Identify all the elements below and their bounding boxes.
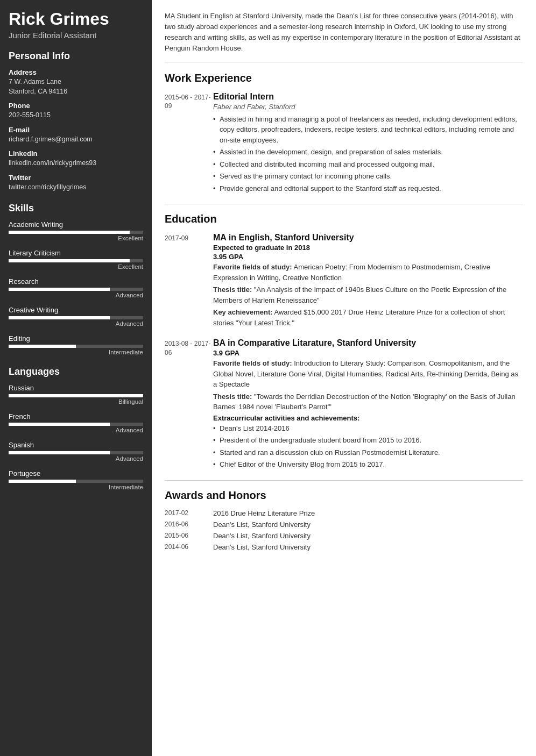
candidate-title: Junior Editorial Assistant bbox=[9, 31, 143, 40]
skill-bar-bg bbox=[9, 231, 143, 234]
education-entry: 2017-09 MA in English, Stanford Universi… bbox=[165, 233, 523, 330]
award-row: 2016-06 Dean's List, Stanford University bbox=[165, 520, 523, 529]
language-bar-fill bbox=[9, 480, 76, 483]
edu-thesis: Thesis title: "Towards the Derridian Dec… bbox=[213, 391, 523, 412]
work-entries: 2015-06 - 2017-09 Editorial Intern Faber… bbox=[165, 92, 523, 196]
skill-name: Literary Criticism bbox=[9, 249, 143, 257]
edu-grad: Expected to graduate in 2018 bbox=[213, 244, 523, 252]
work-experience-heading: Work Experience bbox=[165, 72, 523, 84]
bullet-item: Collected and distributed incoming mail … bbox=[213, 159, 523, 170]
award-date: 2017-02 bbox=[165, 509, 213, 517]
languages-heading: Languages bbox=[9, 366, 143, 377]
entry-date: 2015-06 - 2017-09 bbox=[165, 92, 213, 196]
education-entry: 2013-08 - 2017-06 BA in Comparative Lita… bbox=[165, 338, 523, 472]
entry-body: MA in English, Stanford University Expec… bbox=[213, 233, 523, 330]
skill-bar-bg bbox=[9, 345, 143, 348]
skill-name: Academic Writing bbox=[9, 220, 143, 229]
skill-level: Intermediate bbox=[9, 349, 143, 355]
extra-bullet: Dean's List 2014-2016 bbox=[213, 423, 523, 434]
divider-awards bbox=[165, 480, 523, 481]
entry-title: Editorial Intern bbox=[213, 92, 523, 102]
bullet-item: Assisted in the development, design, and… bbox=[213, 147, 523, 158]
twitter-label: Twitter bbox=[9, 174, 143, 182]
award-date: 2016-06 bbox=[165, 520, 213, 529]
work-entry: 2015-06 - 2017-09 Editorial Intern Faber… bbox=[165, 92, 523, 196]
sidebar: Rick Grimes Junior Editorial Assistant P… bbox=[0, 0, 152, 756]
skill-bar-fill bbox=[9, 259, 130, 262]
language-item: Spanish Advanced bbox=[9, 441, 143, 462]
award-row: 2014-06 Dean's List, Stanford University bbox=[165, 543, 523, 551]
language-bar-fill bbox=[9, 451, 110, 454]
extra-bullet: Chief Editor of the University Blog from… bbox=[213, 459, 523, 470]
skill-item: Creative Writing Advanced bbox=[9, 306, 143, 327]
phone-value: 202-555-0115 bbox=[9, 111, 143, 120]
extra-bullet: Started and ran a discussion club on Rus… bbox=[213, 447, 523, 458]
language-bar-bg bbox=[9, 451, 143, 454]
language-bar-bg bbox=[9, 394, 143, 397]
language-name: French bbox=[9, 412, 143, 420]
skill-item: Literary Criticism Excellent bbox=[9, 249, 143, 270]
entry-body: BA in Comparative Litarature, Stanford U… bbox=[213, 338, 523, 472]
language-level: Billingual bbox=[9, 398, 143, 405]
language-item: Russian Billingual bbox=[9, 384, 143, 405]
summary-text: MA Student in English at Stanford Univer… bbox=[165, 11, 523, 62]
entry-body: Editorial Intern Faber and Faber, Stanfo… bbox=[213, 92, 523, 196]
twitter-value: twitter.com/rickyfillygrimes bbox=[9, 183, 143, 192]
education-entries: 2017-09 MA in English, Stanford Universi… bbox=[165, 233, 523, 472]
divider-education bbox=[165, 204, 523, 204]
skills-list: Academic Writing Excellent Literary Crit… bbox=[9, 220, 143, 355]
award-date: 2015-06 bbox=[165, 532, 213, 540]
skill-item: Academic Writing Excellent bbox=[9, 220, 143, 241]
email-label: E-mail bbox=[9, 126, 143, 134]
education-heading: Education bbox=[165, 213, 523, 225]
candidate-name: Rick Grimes bbox=[9, 10, 143, 28]
linkedin-label: LinkedIn bbox=[9, 149, 143, 158]
email-value: richard.f.grimes@gmail.com bbox=[9, 135, 143, 145]
address-line2: Stanford, CA 94116 bbox=[9, 87, 143, 97]
skill-item: Editing Intermediate bbox=[9, 334, 143, 355]
language-name: Portugese bbox=[9, 469, 143, 477]
linkedin-value: linkedin.com/in/rickygrimes93 bbox=[9, 159, 143, 168]
edu-gpa: 3.9 GPA bbox=[213, 349, 523, 357]
award-row: 2015-06 Dean's List, Stanford University bbox=[165, 532, 523, 540]
personal-info-heading: Personal Info bbox=[9, 51, 143, 62]
edu-extra-title: Extracurricular activities and achieveme… bbox=[213, 414, 523, 422]
skill-level: Advanced bbox=[9, 320, 143, 327]
language-level: Advanced bbox=[9, 455, 143, 462]
award-text: Dean's List, Stanford University bbox=[213, 520, 311, 529]
edu-fields: Favorite fields of study: Introduction t… bbox=[213, 358, 523, 390]
languages-list: Russian Billingual French Advanced Spani… bbox=[9, 384, 143, 490]
address-line1: 7 W. Adams Lane bbox=[9, 77, 143, 87]
bullet-item: Assisted in hiring and managing a pool o… bbox=[213, 114, 523, 146]
phone-label: Phone bbox=[9, 102, 143, 110]
language-item: Portugese Intermediate bbox=[9, 469, 143, 490]
skill-bar-fill bbox=[9, 345, 76, 348]
bullet-item: Served as the primary contact for incomi… bbox=[213, 171, 523, 182]
edu-fields: Favorite fields of study: American Poetr… bbox=[213, 262, 523, 283]
main-content: MA Student in English at Stanford Univer… bbox=[152, 0, 536, 756]
skill-bar-bg bbox=[9, 288, 143, 291]
language-item: French Advanced bbox=[9, 412, 143, 433]
award-date: 2014-06 bbox=[165, 543, 213, 551]
entry-date: 2017-09 bbox=[165, 233, 213, 330]
bullet-item: Provide general and editorial support to… bbox=[213, 183, 523, 194]
extra-bullets: Dean's List 2014-2016President of the un… bbox=[213, 423, 523, 470]
awards-heading: Awards and Honors bbox=[165, 489, 523, 502]
awards-list: 2017-02 2016 Drue Heinz Literature Prize… bbox=[165, 509, 523, 551]
skill-name: Research bbox=[9, 277, 143, 286]
language-bar-fill bbox=[9, 423, 110, 426]
skill-bar-fill bbox=[9, 288, 110, 291]
address-label: Address bbox=[9, 68, 143, 76]
language-name: Spanish bbox=[9, 441, 143, 449]
language-name: Russian bbox=[9, 384, 143, 392]
skill-bar-bg bbox=[9, 316, 143, 319]
extra-bullet: President of the undergraduate student b… bbox=[213, 435, 523, 446]
skill-level: Excellent bbox=[9, 235, 143, 241]
language-bar-bg bbox=[9, 480, 143, 483]
language-level: Intermediate bbox=[9, 484, 143, 490]
skill-name: Editing bbox=[9, 334, 143, 343]
entry-date: 2013-08 - 2017-06 bbox=[165, 338, 213, 472]
skill-name: Creative Writing bbox=[9, 306, 143, 314]
language-bar-fill bbox=[9, 394, 143, 397]
skill-level: Excellent bbox=[9, 263, 143, 270]
